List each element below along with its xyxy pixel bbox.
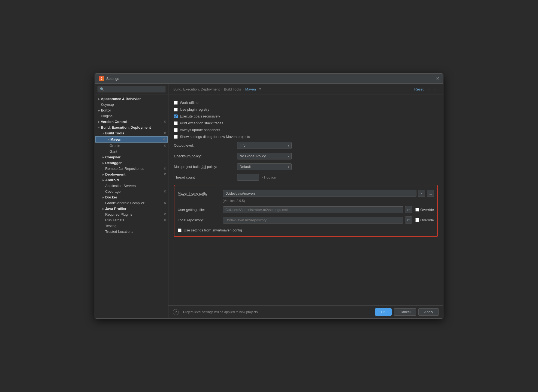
sidebar-item-label: Gradle — [110, 144, 163, 148]
close-button[interactable]: ✕ — [436, 77, 439, 80]
sidebar-item-coverage[interactable]: Coverage ⚙ — [95, 189, 168, 194]
show-settings-checkbox[interactable] — [174, 135, 178, 139]
use-plugin-registry-checkbox[interactable] — [174, 108, 178, 111]
gear-icon: ⚙ — [163, 167, 167, 171]
ok-button[interactable]: OK — [375, 308, 392, 316]
chevron-icon: ▶ — [101, 155, 105, 159]
sidebar-item-label: Coverage — [105, 189, 163, 194]
multiproject-policy-select[interactable]: Default Fail At End Fail Fast Never Fail — [237, 163, 292, 170]
sidebar-item-remote-jar[interactable]: Remote Jar Repositories ⚙ — [95, 166, 168, 171]
execute-goals-checkbox[interactable] — [174, 114, 178, 118]
checksum-policy-select[interactable]: No Global Policy Fail Warn Ignore — [237, 153, 292, 159]
show-settings-label[interactable]: Show settings dialog for new Maven proje… — [180, 135, 250, 139]
sidebar-item-deployment[interactable]: ▶ Deployment ⚙ — [95, 171, 168, 177]
local-repo-browse-button[interactable]: 🗁 — [405, 216, 412, 224]
maven-home-browse-button[interactable]: … — [427, 190, 434, 197]
local-repo-override-checkbox[interactable] — [415, 218, 419, 222]
maven-home-dropdown-button[interactable]: ▾ — [418, 190, 425, 197]
sidebar-item-run-targets[interactable]: Run Targets ⚙ — [95, 217, 168, 223]
title-bar-left: J Settings — [99, 76, 119, 81]
user-settings-override-label[interactable]: Override — [420, 208, 434, 212]
sidebar-item-keymap[interactable]: Keymap — [95, 102, 168, 107]
user-settings-label: User settings file: — [178, 208, 221, 212]
back-button[interactable]: ← — [426, 86, 432, 92]
sidebar-item-plugins[interactable]: Plugins — [95, 113, 168, 119]
nav-arrows: ← → — [426, 86, 438, 92]
chevron-icon: ▶ — [101, 195, 105, 199]
maven-version-note: (Version: 3.9.5) — [178, 198, 434, 204]
breadcrumb-part-2[interactable]: Build Tools — [224, 87, 241, 91]
maven-home-section: Maven home path: ▾ … (Version: 3.9.5) Us… — [174, 185, 438, 237]
breadcrumb-part-3[interactable]: Maven — [245, 87, 256, 91]
sidebar-item-app-servers[interactable]: Application Servers — [95, 183, 168, 189]
chevron-icon: ▶ — [97, 108, 101, 112]
sidebar-item-docker[interactable]: ▶ Docker — [95, 194, 168, 200]
app-icon: J — [99, 76, 104, 81]
chevron-open-icon: ▼ — [101, 131, 105, 135]
reset-button[interactable]: Reset — [414, 87, 424, 91]
apply-button[interactable]: Apply — [418, 308, 439, 316]
local-repo-input[interactable] — [223, 217, 403, 224]
sidebar-item-compiler[interactable]: ▶ Compiler — [95, 154, 168, 160]
sidebar-item-gradle[interactable]: Gradle ⚙ — [95, 143, 168, 149]
sidebar-item-trusted-locations[interactable]: Trusted Locations — [95, 229, 168, 234]
thread-count-input[interactable] — [237, 174, 259, 181]
sidebar-item-required-plugins[interactable]: Required Plugins ⚙ — [95, 212, 168, 217]
sidebar-item-editor[interactable]: ▶ Editor — [95, 107, 168, 113]
user-settings-browse-button[interactable]: 🗁 — [405, 206, 412, 213]
breadcrumb-part-1[interactable]: Build, Execution, Deployment — [173, 87, 220, 91]
main-content: Build, Execution, Deployment › Build Too… — [168, 84, 443, 318]
maven-home-input[interactable] — [223, 190, 416, 197]
search-input[interactable] — [98, 86, 165, 92]
breadcrumb-menu-icon[interactable]: ≡ — [259, 87, 261, 91]
execute-goals-label[interactable]: Execute goals recursively — [180, 114, 220, 118]
use-plugin-registry-label[interactable]: Use plugin registry — [180, 107, 209, 111]
user-settings-row: User settings file: 🗁 Override — [178, 204, 434, 215]
always-update-label[interactable]: Always update snapshots — [180, 128, 220, 132]
local-repo-override-label[interactable]: Override — [420, 218, 434, 222]
sidebar-item-label: Plugins — [101, 114, 168, 118]
sidebar-item-maven[interactable]: ▶ Maven ⚙ — [95, 136, 168, 143]
gear-icon: ⚙ — [163, 144, 167, 148]
sidebar-item-gant[interactable]: Gant — [95, 149, 168, 154]
chevron-icon: ▶ — [101, 178, 105, 182]
use-mvn-config-checkbox[interactable] — [178, 228, 182, 232]
checkbox-always-update-row: Always update snapshots — [174, 126, 438, 133]
work-offline-label[interactable]: Work offline — [180, 101, 198, 105]
chevron-icon: ▶ — [97, 97, 101, 101]
title-bar: J Settings ✕ — [95, 74, 443, 84]
spacer — [101, 224, 105, 228]
sidebar-item-debugger[interactable]: ▶ Debugger — [95, 160, 168, 166]
use-mvn-config-label[interactable]: Use settings from .mvn/maven.config — [184, 228, 242, 232]
help-button[interactable]: ? — [173, 309, 179, 315]
always-update-checkbox[interactable] — [174, 128, 178, 132]
sidebar-item-version-control[interactable]: ▶ Version Control ⚙ — [95, 119, 168, 125]
spacer — [97, 114, 101, 118]
sidebar-item-label: Application Servers — [105, 184, 168, 188]
forward-button[interactable]: → — [432, 86, 438, 92]
cancel-button[interactable]: Cancel — [394, 308, 416, 316]
user-settings-input[interactable] — [223, 206, 403, 213]
user-settings-override-checkbox[interactable] — [415, 208, 419, 212]
sidebar-item-appearance[interactable]: ▶ Appearance & Behavior — [95, 96, 168, 102]
spacer — [101, 230, 105, 234]
sidebar-item-java-profiler[interactable]: ▶ Java Profiler — [95, 206, 168, 212]
sidebar: ▶ Appearance & Behavior Keymap ▶ Editor … — [95, 84, 168, 318]
sidebar-item-build-tools[interactable]: ▼ Build Tools ⚙ — [95, 130, 168, 136]
gear-icon: ⚙ — [163, 120, 167, 124]
checksum-policy-row: Checksum policy: No Global Policy Fail W… — [174, 151, 438, 161]
chevron-icon: ▶ — [101, 173, 105, 176]
sidebar-item-testing[interactable]: Testing — [95, 223, 168, 229]
breadcrumb: Build, Execution, Deployment › Build Too… — [173, 87, 261, 91]
print-exceptions-checkbox[interactable] — [174, 121, 178, 125]
sidebar-item-label: Compiler — [105, 155, 168, 159]
print-exceptions-label[interactable]: Print exception stack traces — [180, 121, 223, 125]
dialog-footer: ? Project-level settings will be applied… — [168, 305, 443, 318]
sidebar-item-android[interactable]: ▶ Android — [95, 177, 168, 183]
sidebar-item-label: Version Control — [101, 120, 163, 124]
sidebar-item-build-exec[interactable]: ▼ Build, Execution, Deployment — [95, 125, 168, 130]
sidebar-item-gradle-android[interactable]: Gradle-Android Compiler ⚙ — [95, 200, 168, 206]
search-box — [95, 84, 168, 95]
work-offline-checkbox[interactable] — [174, 101, 178, 105]
output-level-select[interactable]: Info Debug Warn Error — [237, 142, 292, 149]
